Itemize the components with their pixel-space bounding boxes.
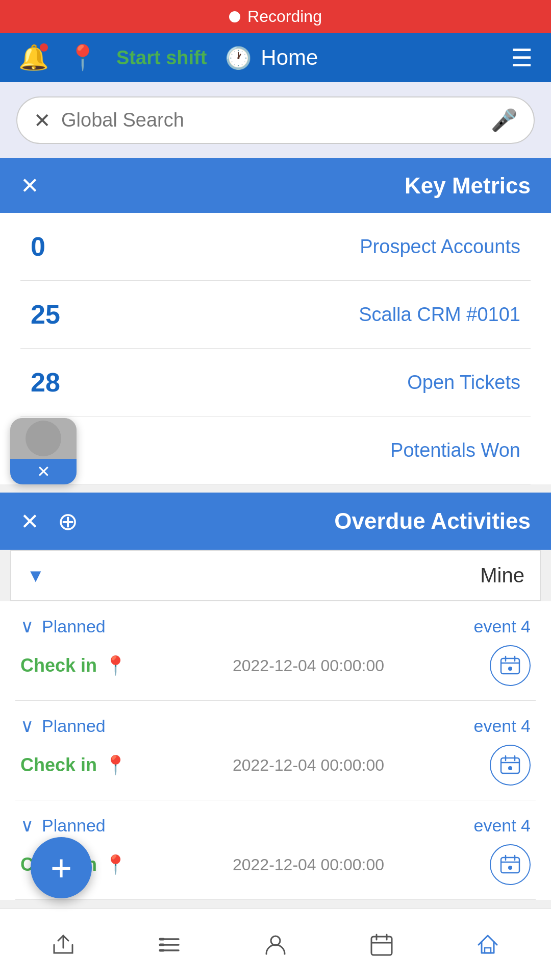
overdue-activities-header: ✕ ⊕ Overdue Activities	[0, 493, 551, 550]
activity-item: ∨ Planned event 4 Check in 📍 2022-12-04 …	[15, 601, 536, 701]
bottom-nav-calendar[interactable]	[368, 932, 395, 958]
key-metrics-close-icon[interactable]: ✕	[20, 173, 39, 199]
metric-label-2: Open Tickets	[407, 372, 520, 394]
svg-rect-0	[501, 658, 519, 674]
activity-datetime: 2022-12-04 00:00:00	[233, 855, 384, 874]
notification-icon[interactable]: 🔔	[18, 43, 49, 72]
activity-event-label: event 4	[473, 617, 531, 636]
svg-point-4	[508, 667, 512, 671]
microphone-icon[interactable]: 🎤	[491, 108, 517, 133]
bottom-nav	[0, 909, 551, 980]
start-shift-button[interactable]: Start shift	[116, 47, 207, 69]
top-nav: 🔔 📍 Start shift 🕐 Home ☰	[0, 33, 551, 82]
checkin-pin-icon: 📍	[104, 754, 127, 776]
metric-row: 0 Potentials Won	[20, 416, 531, 484]
metric-value-1: 25	[31, 299, 102, 330]
activity-status-row: ∨ Planned	[20, 616, 106, 637]
calendar-action-icon[interactable]	[490, 745, 531, 786]
svg-rect-5	[501, 758, 519, 773]
floating-action-widget[interactable]: ✕	[10, 418, 77, 484]
checkin-label: Check in	[20, 754, 97, 776]
checkin-pin-icon: 📍	[104, 655, 127, 676]
metric-value-0: 0	[31, 231, 102, 262]
svg-rect-22	[371, 937, 392, 955]
search-input[interactable]	[61, 109, 481, 131]
checkin-button[interactable]: Check in 📍	[20, 655, 127, 676]
calendar-action-icon[interactable]	[490, 844, 531, 885]
metric-row: 28 Open Tickets	[20, 349, 531, 416]
activity-status-label: Planned	[42, 617, 106, 636]
checkin-button[interactable]: Check in 📍	[20, 754, 127, 776]
activity-item: ∨ Planned event 4 Check in 📍 2022-12-04 …	[15, 701, 536, 800]
search-container: ✕ 🎤	[0, 82, 551, 158]
activity-status-label: Planned	[42, 716, 106, 736]
bottom-nav-share[interactable]	[50, 932, 77, 958]
metrics-container: 0 Prospect Accounts 25 Scalla CRM #0101 …	[0, 213, 551, 484]
notif-dot	[40, 43, 48, 52]
svg-point-14	[508, 866, 512, 870]
search-bar: ✕ 🎤	[16, 96, 535, 144]
fab-plus-icon: +	[51, 847, 72, 889]
activity-status-row: ∨ Planned	[20, 715, 106, 737]
chevron-down-icon[interactable]: ∨	[20, 616, 34, 637]
location-icon[interactable]: 📍	[67, 43, 98, 72]
recording-label: Recording	[247, 7, 322, 26]
overdue-close-icon[interactable]: ✕	[20, 508, 39, 534]
recording-bar: Recording	[0, 0, 551, 33]
mine-dropdown[interactable]: ▼ Mine	[10, 550, 541, 601]
chevron-down-icon[interactable]: ∨	[20, 715, 34, 737]
chevron-down-icon[interactable]: ∨	[20, 815, 34, 836]
metric-row: 0 Prospect Accounts	[20, 213, 531, 281]
recording-dot	[229, 11, 240, 22]
metric-row: 25 Scalla CRM #0101	[20, 281, 531, 349]
menu-icon[interactable]: ☰	[511, 43, 533, 72]
bottom-nav-contacts[interactable]	[262, 932, 289, 958]
calendar-action-icon[interactable]	[490, 645, 531, 686]
overdue-add-icon[interactable]: ⊕	[58, 507, 78, 535]
home-button[interactable]: 🕐 Home	[225, 45, 492, 70]
checkin-pin-icon: 📍	[104, 854, 127, 875]
dropdown-arrow-icon: ▼	[27, 565, 45, 586]
bottom-nav-list[interactable]	[156, 932, 183, 958]
overdue-title: Overdue Activities	[96, 508, 531, 534]
fab-add-button[interactable]: +	[31, 837, 92, 898]
bottom-nav-home[interactable]	[474, 932, 501, 958]
activity-datetime: 2022-12-04 00:00:00	[233, 656, 384, 675]
activity-datetime: 2022-12-04 00:00:00	[233, 756, 384, 775]
activity-event-label: event 4	[473, 716, 531, 736]
metric-label-0: Prospect Accounts	[360, 236, 520, 258]
search-close-icon[interactable]: ✕	[34, 109, 51, 132]
activity-status-label: Planned	[42, 816, 106, 836]
metric-label-1: Scalla CRM #0101	[359, 304, 520, 326]
activity-status-row: ∨ Planned	[20, 815, 106, 836]
activity-event-label: event 4	[473, 816, 531, 836]
clock-icon: 🕐	[225, 45, 252, 70]
mine-label: Mine	[45, 564, 524, 587]
checkin-label: Check in	[20, 655, 97, 676]
svg-point-21	[271, 936, 280, 945]
key-metrics-title: Key Metrics	[52, 173, 531, 199]
metric-value-2: 28	[31, 367, 102, 398]
metric-label-3: Potentials Won	[390, 439, 520, 461]
key-metrics-header: ✕ Key Metrics	[0, 158, 551, 213]
activity-item: ∨ Planned event 4 Check in 📍 2022-12-04 …	[15, 800, 536, 900]
svg-rect-10	[501, 857, 519, 873]
svg-point-9	[508, 766, 512, 770]
